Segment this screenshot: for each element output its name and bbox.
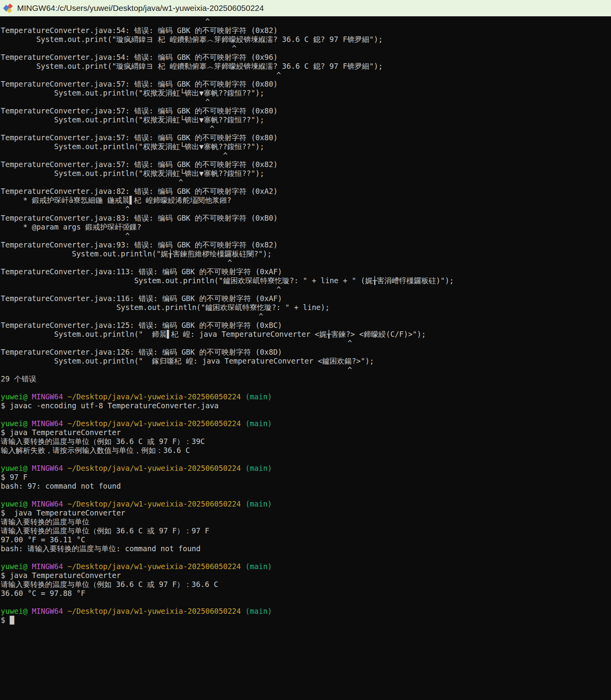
terminal-line: ^ <box>1 312 611 321</box>
terminal-line: 请输入要转换的温度与单位（例如 36.6 C 或 97 F）：36.6 C <box>1 580 611 589</box>
terminal-line: 36.60 °C = 97.88 °F <box>1 589 611 598</box>
terminal-line: TemperatureConverter.java:57: 错误: 编码 GBK… <box>1 160 611 169</box>
terminal-line: System.out.println("权揿叐涓虹└锛出▼寨帆??鍑恒??"); <box>1 89 611 98</box>
terminal-text-span: 36.60 °C = 97.88 °F <box>1 589 85 597</box>
terminal-text-span: yuwei@ <box>1 392 28 401</box>
terminal-line: TemperatureConverter.java:57: 错误: 编码 GBK… <box>1 106 611 115</box>
terminal-text-span: System.out.println("权揿叐涓虹└锛出▼寨帆??鍑恒??"); <box>1 115 264 124</box>
terminal-line: System.out.print("璇疯緭鍏ヨ 杞 崲鐨勬俯搴︿笌鍗曚綅锛堜緥濡… <box>1 62 611 71</box>
terminal-text-span: (main) <box>241 562 272 571</box>
terminal-text-span: yuwei@ <box>1 464 28 472</box>
terminal-line: yuwei@ MINGW64 ~/Desktop/java/w1-yuweixi… <box>1 419 611 428</box>
terminal-text-span: (main) <box>241 392 272 401</box>
terminal-line: $ javac -encoding utf-8 TemperatureConve… <box>1 401 611 410</box>
terminal-text-span: TemperatureConverter.java:54: 错误: 编码 GBK… <box>1 26 278 35</box>
terminal-text-span: MINGW64 <box>28 392 63 401</box>
terminal-line: System.out.print("璇疯緭鍏ヨ 杞 崲鐨勬俯搴︿笌鍗曚綅锛堜緥濡… <box>1 35 611 44</box>
terminal-line: ^ <box>1 205 611 214</box>
terminal-text-span: 请输入要转换的温度与单位 <box>1 517 89 526</box>
terminal-line: TemperatureConverter.java:57: 错误: 编码 GBK… <box>1 133 611 142</box>
terminal-text-span: System.out.println("鑪困欢琛屼特寮忔璇?: " + line… <box>1 276 454 285</box>
terminal-text-span: 29 个错误 <box>1 374 36 383</box>
terminal-text-span: ^ <box>1 285 281 294</box>
terminal-line: ^ <box>1 285 611 294</box>
terminal-text-span: $ 97 F <box>1 473 28 481</box>
terminal-text-span: ~/Desktop/java/w1-yuweixia-202506050224 <box>63 607 241 615</box>
terminal-line: ^ <box>1 124 611 133</box>
terminal-line: ^ <box>1 151 611 160</box>
terminal-text-span: $ java TemperatureConverter <box>1 508 125 517</box>
terminal-line: TemperatureConverter.java:125: 错误: 编码 GB… <box>1 321 611 330</box>
terminal-text-span: System.out.print("璇疯緭鍏ヨ 杞 崲鐨勬俯搴︿笌鍗曚綅锛堜緥濡… <box>1 62 383 70</box>
terminal-line <box>1 455 611 464</box>
terminal-text-span: TemperatureConverter.java:57: 错误: 编码 GBK… <box>1 133 278 142</box>
terminal-text-span: MINGW64 <box>28 562 63 571</box>
terminal-text-span: ^ <box>1 312 263 320</box>
terminal-line: $ 97 F <box>1 473 611 482</box>
terminal-text-span: * @param args 鍛戒护琛屽弬鏁? <box>1 223 141 231</box>
terminal-text-span: TemperatureConverter.java:93: 错误: 编码 GBK… <box>1 240 278 249</box>
terminal-line: TemperatureConverter.java:93: 错误: 编码 GBK… <box>1 240 611 249</box>
terminal-text-span: bash: 请输入要转换的温度与单位: command not found <box>1 544 201 553</box>
terminal-line: TemperatureConverter.java:82: 错误: 编码 GBK… <box>1 187 611 196</box>
terminal-line: TemperatureConverter.java:113: 错误: 编码 GB… <box>1 267 611 276</box>
terminal-window: MINGW64:/c/Users/yuwei/Desktop/java/w1-y… <box>0 0 611 700</box>
titlebar[interactable]: MINGW64:/c/Users/yuwei/Desktop/java/w1-y… <box>0 0 611 16</box>
terminal-line: ^ <box>1 71 611 80</box>
terminal-text-span: TemperatureConverter.java:83: 错误: 编码 GBK… <box>1 214 278 222</box>
terminal-text-span: yuwei@ <box>1 419 28 428</box>
terminal-text-span: ~/Desktop/java/w1-yuweixia-202506050224 <box>63 562 241 571</box>
terminal-text-span: System.out.println("娓╁害鍊煎維椤绘樔鑼板砫閿?"); <box>1 249 272 258</box>
terminal-text-span: 97.00 °F = 36.11 °C <box>1 535 85 544</box>
terminal-text-span: ^ <box>1 44 236 52</box>
terminal-text-span: $ java TemperatureConverter <box>1 428 121 437</box>
terminal-text-span: ^ <box>1 17 210 26</box>
terminal-text-span: ^ <box>1 258 232 267</box>
terminal-text-span: ^ <box>1 151 227 160</box>
terminal-text-span: ~/Desktop/java/w1-yuweixia-202506050224 <box>63 392 241 401</box>
terminal-line: $ java TemperatureConverter <box>1 428 611 437</box>
terminal-text-span: (main) <box>241 464 272 472</box>
terminal-text-span: System.out.println("权揿叐涓虹└锛出▼寨帆??鍑恒??"); <box>1 169 264 178</box>
terminal-line: yuwei@ MINGW64 ~/Desktop/java/w1-yuweixi… <box>1 464 611 473</box>
terminal-text-span: ^ <box>1 124 214 133</box>
terminal-line <box>1 553 611 562</box>
terminal-line: 请输入要转换的温度与单位（例如 36.6 C 或 97 F）：39C <box>1 437 611 446</box>
terminal-text-span: MINGW64 <box>28 607 63 615</box>
terminal-cursor: █ <box>10 616 14 624</box>
terminal-line: System.out.println("娓╁害鍊煎維椤绘樔鑼板砫閿?"); <box>1 249 611 258</box>
terminal-line: System.out.println("权揿叐涓虹└锛出▼寨帆??鍑恒??"); <box>1 142 611 151</box>
terminal-text-span: yuwei@ <box>1 500 28 508</box>
terminal-screen[interactable]: ^TemperatureConverter.java:54: 错误: 编码 GB… <box>0 16 611 700</box>
terminal-line: 97.00 °F = 36.11 °C <box>1 535 611 544</box>
terminal-text-span: ^ <box>1 366 352 374</box>
terminal-text-span: TemperatureConverter.java:126: 错误: 编码 GB… <box>1 348 282 356</box>
msys2-app-icon <box>3 3 14 14</box>
terminal-line <box>1 598 611 607</box>
terminal-text-span: System.out.println(" 鍗晨▌杞 崲: java Temper… <box>1 330 426 338</box>
terminal-text-span: TemperatureConverter.java:113: 错误: 编码 GB… <box>1 267 282 276</box>
terminal-line: yuwei@ MINGW64 ~/Desktop/java/w1-yuweixi… <box>1 607 611 616</box>
terminal-text-span: TemperatureConverter.java:54: 错误: 编码 GBK… <box>1 53 278 61</box>
terminal-text-span: ^ <box>1 71 281 79</box>
terminal-text-span: ~/Desktop/java/w1-yuweixia-202506050224 <box>63 419 241 428</box>
terminal-text-span: System.out.println("鑪困欢琛屼特寮忔璇?: " + line… <box>1 303 330 312</box>
terminal-text-span: TemperatureConverter.java:57: 错误: 编码 GBK… <box>1 80 278 88</box>
window-title: MINGW64:/c/Users/yuwei/Desktop/java/w1-y… <box>17 3 264 13</box>
terminal-text-span: System.out.println(" 鎵归噺杞 崲: java Temper… <box>1 357 374 365</box>
terminal-text-span: MINGW64 <box>28 464 63 472</box>
terminal-text-span: $ javac -encoding utf-8 TemperatureConve… <box>1 401 219 410</box>
terminal-text-span: 输入解析失败，请按示例输入数值与单位，例如：36.6 C <box>1 446 190 454</box>
terminal-line: ^ <box>1 232 611 240</box>
terminal-line: System.out.println("鑪困欢琛屼特寮忔璇?: " + line… <box>1 303 611 312</box>
terminal-text-span: System.out.print("璇疯緭鍏ヨ 杞 崲鐨勬俯搴︿笌鍗曚綅锛堜緥濡… <box>1 35 383 44</box>
terminal-text-span: TemperatureConverter.java:57: 错误: 编码 GBK… <box>1 106 278 115</box>
terminal-text-span: 请输入要转换的温度与单位（例如 36.6 C 或 97 F）：36.6 C <box>1 580 218 589</box>
terminal-text-span: (main) <box>241 419 272 428</box>
terminal-line: System.out.println("权揿叐涓虹└锛出▼寨帆??鍑恒??"); <box>1 115 611 124</box>
terminal-line: bash: 请输入要转换的温度与单位: command not found <box>1 544 611 553</box>
terminal-text-span: TemperatureConverter.java:57: 错误: 编码 GBK… <box>1 160 278 169</box>
terminal-line: ^ <box>1 44 611 53</box>
terminal-line: TemperatureConverter.java:54: 错误: 编码 GBK… <box>1 53 611 62</box>
terminal-line: ^ <box>1 366 611 374</box>
